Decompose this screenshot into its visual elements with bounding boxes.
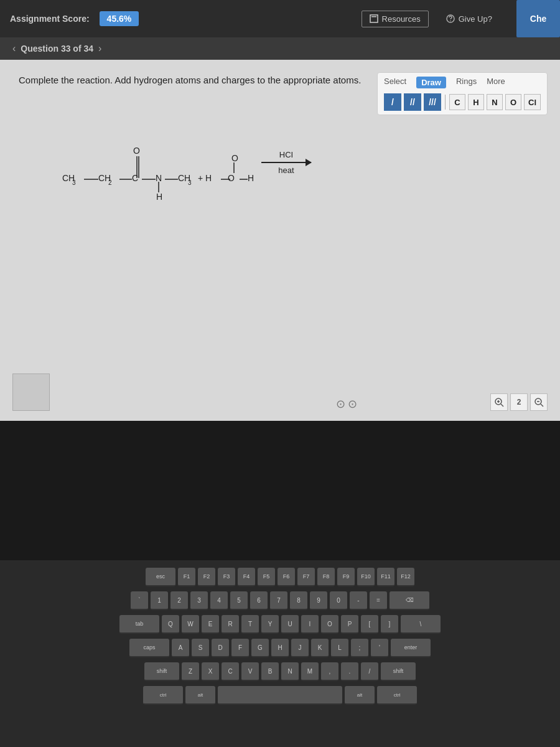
- key-quote[interactable]: ': [371, 639, 388, 657]
- check-button[interactable]: Che: [516, 0, 560, 37]
- key-v[interactable]: V: [241, 662, 259, 681]
- key-backtick[interactable]: `: [131, 591, 148, 610]
- key-t[interactable]: T: [241, 615, 259, 634]
- structure-area: CH 3 CH 2 C O N H CH: [19, 100, 541, 237]
- key-enter[interactable]: enter: [391, 639, 431, 657]
- undo-dot[interactable]: ⊙: [336, 397, 345, 411]
- key-shift-r[interactable]: shift: [381, 662, 416, 681]
- key-n[interactable]: N: [281, 662, 299, 681]
- key-5[interactable]: 5: [230, 591, 248, 610]
- key-f10[interactable]: F10: [357, 568, 375, 586]
- key-a[interactable]: A: [172, 639, 189, 657]
- key-r[interactable]: R: [222, 615, 239, 634]
- top-bar: Assignment Score: 45.6% Resources Give U…: [0, 0, 560, 37]
- key-esc[interactable]: esc: [146, 568, 175, 586]
- svg-line-35: [541, 404, 543, 406]
- tab-draw[interactable]: Draw: [416, 77, 446, 88]
- key-tab[interactable]: tab: [119, 615, 159, 634]
- key-e[interactable]: E: [202, 615, 219, 634]
- key-equal[interactable]: =: [370, 591, 387, 610]
- key-f1[interactable]: F1: [178, 568, 195, 586]
- product-preview-box: [12, 374, 50, 411]
- key-f9[interactable]: F9: [337, 568, 355, 586]
- key-f12[interactable]: F12: [397, 568, 414, 586]
- key-o[interactable]: O: [321, 615, 338, 634]
- key-backspace[interactable]: ⌫: [390, 591, 429, 610]
- key-9[interactable]: 9: [310, 591, 327, 610]
- key-ctrl-r[interactable]: ctrl: [377, 686, 417, 705]
- tab-more[interactable]: More: [487, 77, 505, 88]
- zoom-reset-button[interactable]: 2: [510, 393, 528, 411]
- key-bracket-l[interactable]: [: [361, 615, 378, 634]
- key-6[interactable]: 6: [250, 591, 268, 610]
- key-backslash[interactable]: \: [401, 615, 441, 634]
- key-f6[interactable]: F6: [278, 568, 295, 586]
- key-period[interactable]: .: [341, 662, 358, 681]
- prev-question-button[interactable]: ‹: [12, 43, 16, 54]
- key-caps[interactable]: caps: [129, 639, 169, 657]
- key-8[interactable]: 8: [290, 591, 307, 610]
- reaction-arrow: [261, 162, 311, 163]
- svg-text:N: N: [156, 173, 162, 183]
- redo-dot[interactable]: ⊙: [348, 397, 357, 411]
- key-0[interactable]: 0: [330, 591, 347, 610]
- key-bracket-r[interactable]: ]: [381, 615, 398, 634]
- give-up-button[interactable]: Give Up?: [439, 11, 500, 27]
- key-l[interactable]: L: [331, 639, 348, 657]
- key-w[interactable]: W: [182, 615, 199, 634]
- key-z[interactable]: Z: [182, 662, 199, 681]
- key-k[interactable]: K: [311, 639, 329, 657]
- next-question-button[interactable]: ›: [98, 43, 101, 54]
- svg-rect-0: [370, 15, 378, 22]
- key-shift-l[interactable]: shift: [144, 662, 179, 681]
- key-y[interactable]: Y: [261, 615, 279, 634]
- question-label: Question 33 of 34: [21, 44, 93, 54]
- key-f2[interactable]: F2: [198, 568, 215, 586]
- key-j[interactable]: J: [291, 639, 309, 657]
- key-comma[interactable]: ,: [321, 662, 338, 681]
- key-alt-r[interactable]: alt: [345, 686, 375, 705]
- key-f11[interactable]: F11: [377, 568, 394, 586]
- key-2[interactable]: 2: [170, 591, 188, 610]
- svg-text:2: 2: [108, 179, 112, 186]
- key-x[interactable]: X: [202, 662, 219, 681]
- key-semicolon[interactable]: ;: [351, 639, 368, 657]
- resources-button[interactable]: Resources: [362, 11, 429, 27]
- key-g[interactable]: G: [251, 639, 269, 657]
- key-q[interactable]: Q: [162, 615, 179, 634]
- key-4[interactable]: 4: [210, 591, 228, 610]
- key-f[interactable]: F: [231, 639, 249, 657]
- give-up-icon: [446, 14, 455, 23]
- score-badge: 45.6%: [100, 11, 139, 26]
- key-m[interactable]: M: [301, 662, 319, 681]
- key-i[interactable]: I: [301, 615, 319, 634]
- key-space[interactable]: [218, 686, 342, 705]
- zoom-controls: 2: [490, 393, 548, 411]
- key-alt-l[interactable]: alt: [185, 686, 215, 705]
- key-u[interactable]: U: [281, 615, 299, 634]
- key-f8[interactable]: F8: [317, 568, 335, 586]
- tab-select[interactable]: Select: [384, 77, 406, 88]
- key-h[interactable]: H: [271, 639, 289, 657]
- key-f5[interactable]: F5: [258, 568, 275, 586]
- key-s[interactable]: S: [192, 639, 209, 657]
- key-f7[interactable]: F7: [297, 568, 315, 586]
- undo-redo-controls: ⊙ ⊙: [336, 397, 357, 411]
- key-c[interactable]: C: [222, 662, 239, 681]
- zoom-in-button[interactable]: [490, 393, 508, 411]
- key-f4[interactable]: F4: [238, 568, 255, 586]
- key-b[interactable]: B: [261, 662, 279, 681]
- key-minus[interactable]: -: [350, 591, 367, 610]
- key-slash[interactable]: /: [361, 662, 378, 681]
- key-1[interactable]: 1: [151, 591, 168, 610]
- key-f3[interactable]: F3: [218, 568, 235, 586]
- key-3[interactable]: 3: [190, 591, 208, 610]
- zoom-out-button[interactable]: [530, 393, 548, 411]
- key-ctrl-l[interactable]: ctrl: [143, 686, 183, 705]
- svg-text:3: 3: [72, 179, 76, 186]
- svg-text:3: 3: [188, 179, 192, 186]
- tab-rings[interactable]: Rings: [456, 77, 477, 88]
- key-7[interactable]: 7: [270, 591, 287, 610]
- key-p[interactable]: P: [341, 615, 358, 634]
- key-d[interactable]: D: [212, 639, 229, 657]
